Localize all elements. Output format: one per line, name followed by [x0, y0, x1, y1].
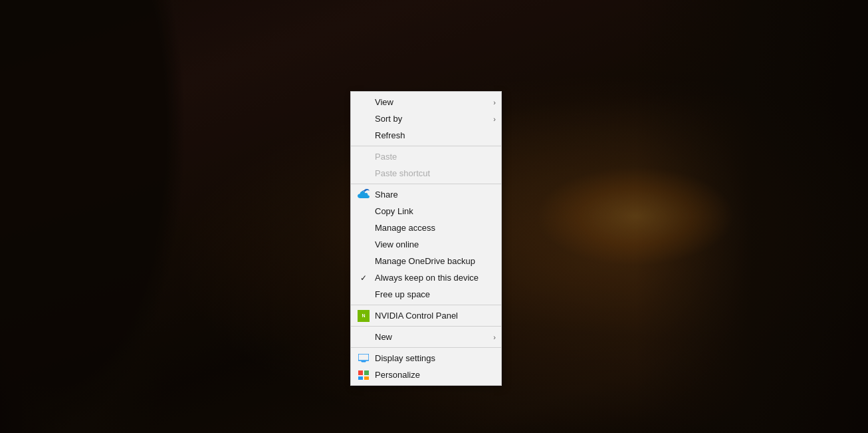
view-arrow: ›: [493, 98, 496, 106]
menu-item-paste: Paste: [351, 148, 501, 165]
svg-rect-4: [364, 370, 369, 375]
manage-onedrive-label: Manage OneDrive backup: [375, 256, 475, 266]
nvidia-icon: N: [358, 310, 370, 322]
always-keep-check: ✓: [360, 273, 367, 283]
separator-1: [351, 146, 501, 146]
separator-3: [351, 305, 501, 305]
menu-item-nvidia[interactable]: N NVIDIA Control Panel: [351, 307, 501, 324]
menu-item-view[interactable]: View ›: [351, 94, 501, 110]
menu-item-manage-onedrive[interactable]: Manage OneDrive backup: [351, 253, 501, 269]
menu-item-free-up-space[interactable]: Free up space: [351, 286, 501, 303]
menu-item-share[interactable]: Share: [351, 186, 501, 203]
menu-item-display-settings[interactable]: Display settings: [351, 350, 501, 366]
svg-rect-3: [358, 370, 363, 375]
separator-5: [351, 347, 501, 348]
menu-item-view-online[interactable]: View online: [351, 236, 501, 253]
menu-item-manage-access[interactable]: Manage access: [351, 219, 501, 236]
onedrive-icon: [358, 189, 370, 201]
refresh-label: Refresh: [375, 130, 405, 140]
sort-by-label: Sort by: [375, 114, 402, 124]
sort-by-arrow: ›: [493, 115, 496, 123]
share-label: Share: [375, 190, 398, 200]
new-arrow: ›: [493, 333, 496, 341]
free-up-space-label: Free up space: [375, 289, 430, 299]
new-label: New: [375, 332, 392, 342]
always-keep-label: Always keep on this device: [375, 273, 479, 283]
view-online-label: View online: [375, 239, 419, 249]
menu-item-personalize[interactable]: Personalize: [351, 366, 501, 383]
menu-item-always-keep[interactable]: ✓ Always keep on this device: [351, 269, 501, 286]
separator-4: [351, 326, 501, 327]
personalize-label: Personalize: [375, 370, 420, 380]
svg-rect-5: [358, 376, 363, 380]
manage-access-label: Manage access: [375, 223, 435, 233]
copy-link-label: Copy Link: [375, 206, 413, 216]
menu-item-paste-shortcut: Paste shortcut: [351, 165, 501, 182]
view-label: View: [375, 97, 393, 107]
menu-item-copy-link[interactable]: Copy Link: [351, 203, 501, 219]
svg-rect-0: [358, 354, 369, 361]
display-settings-label: Display settings: [375, 353, 435, 363]
svg-rect-6: [364, 376, 369, 380]
paste-shortcut-label: Paste shortcut: [375, 168, 430, 178]
display-settings-icon: [358, 353, 370, 364]
paste-label: Paste: [375, 152, 397, 162]
context-menu: View › Sort by › Refresh Paste Paste sho…: [350, 91, 502, 386]
separator-2: [351, 184, 501, 184]
menu-item-sort-by[interactable]: Sort by ›: [351, 110, 501, 127]
personalize-icon: [358, 369, 370, 381]
menu-item-new[interactable]: New ›: [351, 329, 501, 345]
nvidia-label: NVIDIA Control Panel: [375, 311, 458, 321]
menu-item-refresh[interactable]: Refresh: [351, 127, 501, 144]
